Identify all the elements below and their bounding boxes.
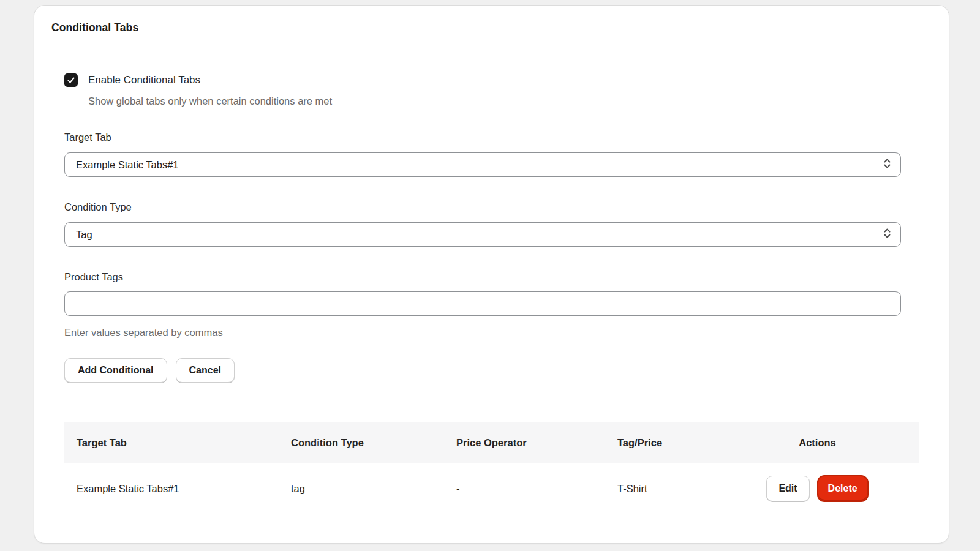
header-tag-price: Tag/Price (605, 437, 752, 449)
enable-conditional-tabs-checkbox[interactable] (64, 73, 78, 87)
cell-target-tab: Example Static Tabs#1 (64, 483, 279, 495)
target-tab-select[interactable]: Example Static Tabs#1 (64, 152, 901, 177)
enable-conditional-tabs-label[interactable]: Enable Conditional Tabs (88, 74, 200, 86)
condition-type-select[interactable]: Tag (64, 222, 901, 247)
target-tab-label: Target Tab (64, 132, 919, 143)
conditional-tabs-card: Conditional Tabs Enable Conditional Tabs… (34, 5, 949, 544)
cell-tag-price: T-Shirt (605, 483, 752, 495)
edit-button[interactable]: Edit (766, 476, 809, 501)
delete-button[interactable]: Delete (817, 475, 869, 502)
product-tags-input[interactable] (64, 291, 901, 316)
form-actions-row: Add Conditional Cancel (64, 358, 919, 383)
product-tags-label: Product Tags (64, 271, 919, 283)
conditionals-table: Target Tab Condition Type Price Operator… (64, 422, 919, 514)
cell-price-operator: - (444, 483, 605, 495)
cell-actions: Edit Delete (752, 475, 919, 502)
page-title: Conditional Tabs (51, 21, 949, 34)
select-updown-chevron-icon (883, 228, 891, 241)
cell-condition-type: tag (279, 483, 444, 495)
enable-help-text: Show global tabs only when certain condi… (88, 96, 919, 107)
table-header-row: Target Tab Condition Type Price Operator… (64, 422, 919, 463)
header-price-operator: Price Operator (444, 437, 605, 449)
header-target-tab: Target Tab (64, 437, 279, 449)
enable-conditional-tabs-row: Enable Conditional Tabs (64, 73, 919, 87)
condition-type-selected-value: Tag (76, 229, 92, 241)
card-content: Enable Conditional Tabs Show global tabs… (64, 73, 919, 514)
header-condition-type: Condition Type (279, 437, 444, 449)
checkmark-icon (67, 76, 75, 84)
select-updown-chevron-icon (883, 158, 891, 171)
add-conditional-button[interactable]: Add Conditional (64, 358, 167, 383)
condition-type-label: Condition Type (64, 201, 919, 213)
product-tags-help-text: Enter values separated by commas (64, 327, 919, 339)
target-tab-selected-value: Example Static Tabs#1 (76, 159, 179, 171)
table-row: Example Static Tabs#1 tag - T-Shirt Edit… (64, 463, 919, 514)
cancel-button[interactable]: Cancel (176, 358, 235, 383)
header-actions: Actions (752, 437, 919, 449)
